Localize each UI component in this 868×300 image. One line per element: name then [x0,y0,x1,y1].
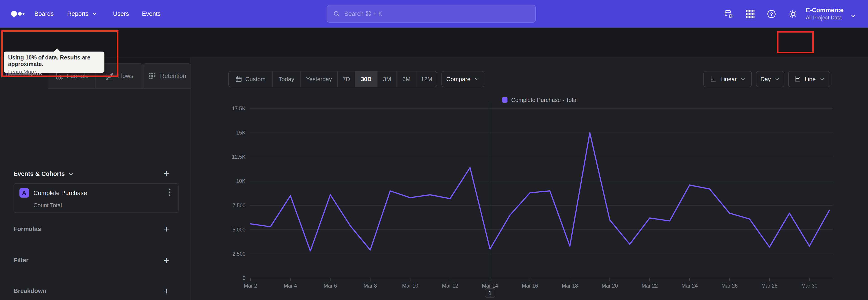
data-management-icon[interactable] [723,9,734,19]
range-6m[interactable]: 6M [397,71,416,87]
chart-type-dropdown[interactable]: Line [788,71,830,87]
range-yesterday[interactable]: Yesterday [301,71,338,87]
range-30d[interactable]: 30D [355,71,377,87]
events-cohorts-header[interactable]: Events & Cohorts [13,171,74,177]
interval-label: Day [761,76,771,83]
range-custom[interactable]: Custom [229,71,273,87]
chart-legend[interactable]: Complete Purchase - Total [250,96,829,104]
event-kebab-menu[interactable] [166,188,173,196]
range-label: 30D [361,76,372,83]
range-label: 12M [421,76,432,83]
tab-retention[interactable]: Retention [143,63,191,89]
svg-text:?: ? [770,11,773,17]
breakdown-section-header: Breakdown [13,288,46,295]
chevron-down-icon [774,77,780,82]
chevron-down-icon [819,77,825,82]
breakdown-label: Breakdown [13,288,46,295]
search-placeholder: Search ⌘ + K [344,10,382,18]
range-label: Yesterday [306,76,332,83]
range-3m[interactable]: 3M [377,71,397,87]
formulas-section-header: Formulas [13,226,41,233]
formulas-label: Formulas [13,226,41,233]
date-range-control: Custom Today Yesterday 7D 30D 3M 6M 12M [228,71,437,87]
range-today[interactable]: Today [273,71,301,87]
range-7d[interactable]: 7D [338,71,355,87]
settings-gear-icon[interactable] [787,9,798,19]
legend-label: Complete Purchase - Total [511,97,578,103]
project-name: E-Commerce [806,7,851,14]
scale-label: Linear [720,76,737,83]
search-input[interactable]: Search ⌘ + K [327,5,536,23]
project-chevron-down-icon[interactable] [848,11,859,21]
apps-grid-icon[interactable] [745,9,755,19]
chart-panel [191,57,868,300]
filter-section-header: Filter [13,257,29,264]
compare-button[interactable]: Compare [441,71,485,87]
mixpanel-logo-icon[interactable] [8,7,29,22]
range-label: 6M [402,76,410,83]
tooltip-message: Using 10% of data. Results are approxima… [8,54,100,67]
chevron-down-icon [92,11,97,17]
tab-label: Retention [160,72,186,80]
add-filter-button[interactable]: + [161,256,172,265]
nav-item-users[interactable]: Users [113,0,129,28]
nav-item-label: Reports [67,10,89,18]
top-nav: Boards Reports Users Events Search ⌘ + K… [0,0,868,28]
event-aggregation[interactable]: Count Total [33,202,62,209]
tooltip-arrow [54,49,61,52]
sampling-tooltip: Using 10% of data. Results are approxima… [4,52,104,73]
report-header: Untitled Sampled + Add description... ••… [0,28,868,57]
add-breakdown-button[interactable]: + [161,286,172,296]
range-label: 3M [383,76,391,83]
page-indicator[interactable]: 1 [485,289,495,298]
chevron-down-icon [740,77,746,82]
nav-item-label: Boards [34,10,54,18]
page-number: 1 [489,290,492,296]
nav-item-label: Events [142,10,161,18]
range-12m[interactable]: 12M [416,71,437,87]
scale-dropdown[interactable]: Linear [704,71,752,87]
project-switcher[interactable]: E-Commerce All Project Data [806,0,851,28]
interval-dropdown[interactable]: Day [756,71,784,87]
add-formula-button[interactable]: + [161,224,172,234]
calendar-icon [235,76,242,83]
filter-label: Filter [13,257,29,264]
tooltip-learn-more-link[interactable]: Learn More [8,69,100,75]
query-sidebar: Insights Funnels Flows Retention [0,57,191,300]
nav-item-events[interactable]: Events [142,0,161,28]
flows-icon [105,72,114,80]
events-cohorts-label: Events & Cohorts [13,171,65,177]
compare-label: Compare [446,76,471,83]
project-scope: All Project Data [806,15,851,21]
nav-item-boards[interactable]: Boards [34,0,54,28]
chart-type-label: Line [804,76,815,83]
tab-label: Flows [117,72,133,80]
nav-item-reports[interactable]: Reports [67,0,97,28]
range-label: Today [278,76,294,83]
range-label: 7D [342,76,350,83]
retention-icon [148,72,156,80]
range-label: Custom [245,76,266,83]
legend-swatch [502,97,507,102]
chevron-down-icon [474,77,479,82]
event-name: Complete Purchase [33,190,87,197]
nav-item-label: Users [113,10,129,18]
search-icon [333,10,340,18]
chevron-down-icon [68,171,74,177]
line-chart-icon [794,76,801,83]
event-card[interactable]: A Complete Purchase Count Total [13,183,179,213]
linear-axis-icon [710,76,717,83]
event-series-badge: A [20,188,29,198]
add-event-button[interactable]: + [161,169,172,179]
help-icon[interactable]: ? [766,9,777,19]
